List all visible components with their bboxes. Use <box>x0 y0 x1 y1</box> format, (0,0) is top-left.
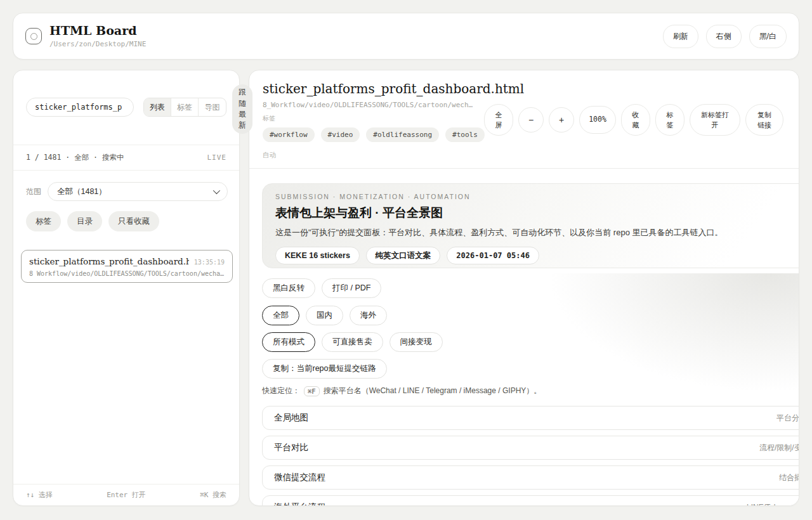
print-pdf-button[interactable]: 打印 / PDF <box>322 278 381 298</box>
view-mode-tabs: 列表 标签 导图 <box>143 98 226 117</box>
section-list: 全局地图 平台分 平台对比 流程/限制/变 微信提交流程 结合插 海外平台流程 … <box>262 406 799 506</box>
hint-prefix: 快速定位： <box>262 386 300 396</box>
chevron-down-icon <box>213 187 220 194</box>
filter-tags-button[interactable]: 标签 <box>26 211 61 231</box>
preview-controls: 黑白反转 打印 / PDF 全部 国内 海外 所有模式 可直接售卖 间接变现 复… <box>262 273 799 401</box>
scope-select[interactable]: 全部（1481） <box>48 182 228 201</box>
invert-colors-button[interactable]: 黑白反转 <box>262 278 315 298</box>
auto-label: 自动 <box>263 151 276 160</box>
tag-oldlifeassong[interactable]: #oldlifeassong <box>366 127 439 142</box>
section-global-map[interactable]: 全局地图 平台分 <box>262 406 799 430</box>
section-overseas-flow[interactable]: 海外平台流程 LINE/Telegram <box>262 495 799 506</box>
workspace-path: /Users/zon/Desktop/MINE <box>49 40 146 48</box>
cmd-f-kbd: ⌘F <box>304 386 320 396</box>
tag-tools[interactable]: #tools <box>445 127 485 142</box>
quick-locate-hint: 快速定位： ⌘F 搜索平台名（WeChat / LINE / Telegram … <box>262 386 799 396</box>
tags-label: 标签 <box>263 114 275 123</box>
hero-card: SUBMISSION · MONETIZATION · AUTOMATION 表… <box>262 183 799 268</box>
tag-video[interactable]: #video <box>321 127 360 142</box>
section-platform-compare[interactable]: 平台对比 流程/限制/变 <box>262 436 799 460</box>
mode-filter-indirect[interactable]: 间接变现 <box>390 332 443 352</box>
document-path: 8_Workflow/video/OLDLIFEASSONG/TOOLS/car… <box>263 101 473 109</box>
follow-latest-button[interactable]: 跟随最新 <box>232 84 252 134</box>
search-input[interactable] <box>26 98 134 117</box>
section-meta: 结合插 <box>779 472 799 483</box>
hint-suffix: 搜索平台名（WeChat / LINE / Telegram / iMessag… <box>324 386 542 396</box>
app-title: HTML Board <box>49 24 146 38</box>
region-filter-all[interactable]: 全部 <box>262 306 299 325</box>
document-preview: SUBMISSION · MONETIZATION · AUTOMATION 表… <box>249 169 799 506</box>
fullscreen-button[interactable]: 全屏 <box>484 104 513 136</box>
file-list: sticker_platforms_profit_dashboard.h… 13… <box>21 250 233 283</box>
file-timestamp: 13:35:19 <box>194 259 225 266</box>
preview-toolbar: 全屏 − + 100% 收藏 标签 新标签打开 复制链接 <box>484 104 783 136</box>
section-meta: 流程/限制/变 <box>759 443 799 453</box>
hint-open: Enter 打开 <box>107 490 146 500</box>
document-title: sticker_platforms_profit_dashboard.html <box>263 81 524 96</box>
results-count: 1 / 1481 · 全部 · 搜索中 <box>26 153 124 162</box>
tab-mindmap[interactable]: 导图 <box>199 98 226 116</box>
main-panel: sticker_platforms_profit_dashboard.html … <box>249 70 799 506</box>
region-filter-overseas[interactable]: 海外 <box>350 306 387 325</box>
file-title: sticker_platforms_profit_dashboard.h… <box>29 256 189 266</box>
tab-tags[interactable]: 标签 <box>171 98 199 116</box>
tag-workflow[interactable]: #workflow <box>263 127 315 142</box>
section-meta: LINE/Telegram <box>747 503 797 506</box>
hero-description: 这是一份"可执行"的提交面板：平台对比、具体流程、盈利方式、可自动化环节、以及你… <box>275 227 799 238</box>
results-status-bar: 1 / 1481 · 全部 · 搜索中 LIVE <box>13 145 239 171</box>
chip-english-copy: 纯英文口语文案 <box>366 247 441 264</box>
filter-directory-button[interactable]: 目录 <box>67 211 102 231</box>
sidebar: 列表 标签 导图 1 / 1481 · 全部 · 搜索中 LIVE 范围 全部（… <box>13 70 240 506</box>
section-meta: 平台分 <box>776 413 799 424</box>
filter-favorites-button[interactable]: 只看收藏 <box>108 211 159 231</box>
tag-list: #workflow #video #oldlifeassong #tools <box>263 127 485 142</box>
hint-search: ⌘K 搜索 <box>200 490 226 500</box>
hero-title: 表情包上架与盈利 · 平台全景图 <box>275 205 799 221</box>
favorite-button[interactable]: 收藏 <box>621 104 650 136</box>
zoom-in-button[interactable]: + <box>549 107 574 133</box>
region-filter-domestic[interactable]: 国内 <box>306 306 343 325</box>
open-new-tab-button[interactable]: 新标签打开 <box>690 104 740 136</box>
chip-keke-stickers: KEKE 16 stickers <box>275 247 360 264</box>
zoom-level-button[interactable]: 100% <box>579 106 616 134</box>
list-item[interactable]: sticker_platforms_profit_dashboard.h… 13… <box>21 250 233 283</box>
section-title: 海外平台流程 <box>274 502 325 506</box>
scope-selected-value: 全部（1481） <box>57 186 107 197</box>
follow-latest-label: 跟随最新 <box>239 87 247 131</box>
tab-list[interactable]: 列表 <box>144 98 171 116</box>
section-title: 全局地图 <box>274 412 308 424</box>
scope-label: 范围 <box>26 186 41 197</box>
section-wechat-flow[interactable]: 微信提交流程 结合插 <box>262 465 799 490</box>
refresh-button[interactable]: 刷新 <box>663 25 698 48</box>
hero-eyebrow: SUBMISSION · MONETIZATION · AUTOMATION <box>275 193 799 200</box>
app-logo-icon <box>25 28 42 44</box>
keyboard-hints-bar: ↑↓ 选择 Enter 打开 ⌘K 搜索 <box>13 484 239 505</box>
app-header: HTML Board /Users/zon/Desktop/MINE 刷新 右侧… <box>13 13 799 60</box>
tag-button[interactable]: 标签 <box>655 104 684 136</box>
hint-select: ↑↓ 选择 <box>26 490 53 500</box>
mode-filter-all[interactable]: 所有模式 <box>262 332 315 352</box>
copy-link-button[interactable]: 复制链接 <box>745 104 783 136</box>
chip-datetime: 2026-01-07 05:46 <box>447 247 539 264</box>
file-path: 8_Workflow/video/OLDLIFEASSONG/TOOLS/car… <box>29 270 225 277</box>
copy-repo-path-button[interactable]: 复制：当前repo最短提交链路 <box>262 359 387 379</box>
right-panel-button[interactable]: 右侧 <box>706 25 742 48</box>
section-title: 平台对比 <box>274 442 308 453</box>
mode-filter-direct-sale[interactable]: 可直接售卖 <box>322 332 383 352</box>
section-title: 微信提交流程 <box>274 472 325 483</box>
live-badge: LIVE <box>207 153 227 162</box>
zoom-out-button[interactable]: − <box>518 107 544 133</box>
theme-toggle-button[interactable]: 黑/白 <box>749 25 787 48</box>
